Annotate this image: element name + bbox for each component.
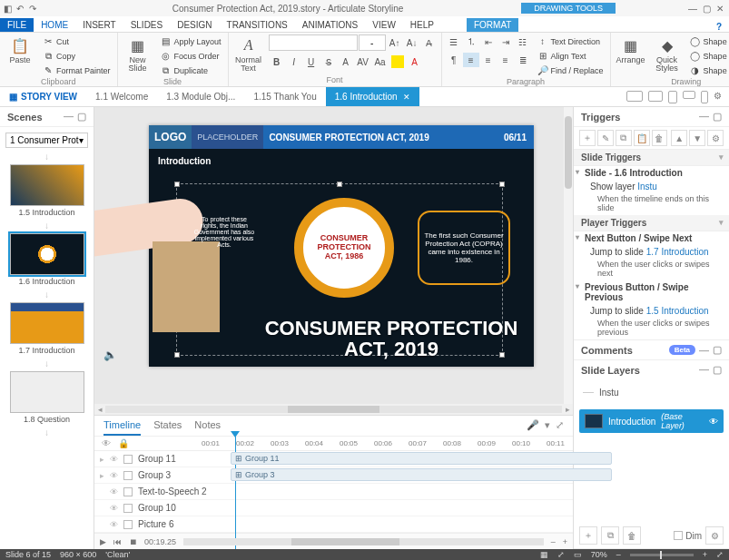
format-painter-button[interactable]: ✎Format Painter (40, 64, 113, 77)
tab-insert[interactable]: INSERT (75, 18, 123, 32)
tab-format[interactable]: FORMAT (467, 18, 518, 32)
section-collapse-icon[interactable]: ▾ (719, 218, 724, 227)
trigger-vars-icon[interactable]: ⚙ (707, 130, 724, 146)
stage-scrollbar-v[interactable] (564, 107, 573, 404)
zoom-out-icon[interactable]: – (551, 537, 556, 546)
layer-base[interactable]: Introduction (Base Layer) 👁 (579, 409, 724, 433)
speaker-icon[interactable]: 🔈 (103, 349, 117, 361)
trigger-action[interactable]: Show layer Instu (574, 180, 729, 193)
trigger-action[interactable]: Jump to slide 1.7 Introduction (574, 245, 729, 259)
zoom-slider[interactable] (630, 554, 694, 556)
tab-design[interactable]: DESIGN (170, 18, 219, 32)
resize-handle-nw[interactable] (174, 182, 180, 187)
timeline-ruler[interactable]: 00:01 00:02 00:03 00:04 00:05 00:06 00:0… (193, 439, 573, 447)
story-view-button[interactable]: ▦STORY VIEW (0, 92, 86, 102)
minimize-icon[interactable]: — (688, 4, 697, 14)
lock-header-icon[interactable]: 🔒 (118, 438, 129, 448)
play-icon[interactable]: ▶ (100, 537, 106, 546)
zoom-percent[interactable]: 70% (591, 550, 607, 559)
eye-icon[interactable]: 👁 (709, 417, 718, 427)
eye-icon[interactable]: 👁 (110, 487, 118, 496)
layer-delete-icon[interactable]: 🗑 (623, 526, 641, 545)
timeline-clip[interactable]: ⊞Group 3 (231, 468, 612, 481)
zoom-in-icon[interactable]: + (703, 550, 707, 559)
triggers-undock-icon[interactable]: ▢ (713, 111, 722, 123)
align-left-icon[interactable]: ≡ (463, 53, 479, 67)
phone-landscape-icon[interactable] (683, 91, 695, 99)
eye-icon[interactable]: 👁 (110, 471, 118, 480)
fit-icon[interactable]: ⤢ (557, 550, 565, 559)
underline-icon[interactable]: U (303, 54, 320, 69)
timeline-clip[interactable]: ⊞Group 11 (231, 452, 612, 465)
align-center-icon[interactable]: ≡ (480, 53, 497, 67)
comments-collapse-icon[interactable]: — (699, 345, 709, 356)
screen-icon[interactable]: ▭ (574, 550, 582, 559)
tab-help[interactable]: HELP (403, 18, 441, 32)
scene-tab-4[interactable]: 1.6 Introduction✕ (326, 87, 419, 106)
zoom-out-icon[interactable]: – (616, 550, 621, 559)
rewind-icon[interactable]: ⏮ (113, 537, 122, 546)
undo-icon[interactable]: ↶ (16, 4, 25, 13)
timeline-row[interactable]: ▸👁Text-to-Speech 2 (94, 484, 573, 500)
highlight-icon[interactable] (389, 54, 406, 69)
copy-button[interactable]: ⧉Copy (40, 49, 113, 63)
tab-file[interactable]: FILE (0, 18, 34, 32)
arrange-button[interactable]: ▦Arrange (615, 34, 647, 64)
lock-checkbox[interactable] (123, 455, 133, 464)
tab-slides[interactable]: SLIDES (123, 18, 171, 32)
zoom-fit-icon[interactable]: ⤢ (716, 550, 724, 559)
char-spacing-icon[interactable]: AV (355, 54, 371, 69)
drawing-tools-tab[interactable]: DRAWING TOOLS (521, 3, 616, 14)
slide-canvas[interactable]: LOGO PLACEHOLDER CONSUMER PROTECTION ACT… (149, 125, 534, 367)
resize-handle-ne[interactable] (499, 182, 505, 187)
layer-settings-icon[interactable]: ⚙ (705, 526, 724, 545)
layers-collapse-icon[interactable]: — (699, 364, 709, 376)
scroll-left-icon[interactable]: ◂ (94, 405, 105, 414)
scroll-right-icon[interactable]: ▸ (562, 405, 573, 414)
layers-undock-icon[interactable]: ▢ (713, 364, 722, 376)
italic-icon[interactable]: I (286, 54, 302, 69)
shape-outline-button[interactable]: ◯Shape Outline (687, 49, 729, 63)
change-case-icon[interactable]: Aa (372, 54, 389, 69)
trigger-prev-head[interactable]: Previous Button / Swipe Previous (574, 280, 729, 304)
slide-thumb-4[interactable] (10, 371, 84, 413)
redo-icon[interactable]: ↷ (29, 4, 38, 13)
eye-header-icon[interactable]: 👁 (102, 438, 111, 448)
timeline-row[interactable]: ▸👁Group 3 ⊞Group 3 (94, 467, 573, 484)
expand-icon[interactable]: ▸ (100, 471, 104, 480)
slide-thumb-3[interactable] (10, 302, 84, 344)
lock-checkbox[interactable] (123, 487, 133, 496)
trigger-add-icon[interactable]: ＋ (579, 130, 596, 146)
eye-icon[interactable]: 👁 (110, 520, 118, 529)
normal-text-button[interactable]: A Normal Text (232, 34, 265, 74)
timeline-row[interactable]: ▸👁Picture 6 (94, 516, 573, 533)
font-size-select[interactable] (359, 34, 386, 51)
shape-effect-button[interactable]: ◑Shape Effect (687, 64, 729, 77)
tablet-landscape-icon[interactable] (648, 91, 663, 102)
trigger-action[interactable]: Jump to slide 1.5 Introduction (574, 304, 729, 318)
layer-item[interactable]: Instu (579, 385, 724, 400)
maximize-icon[interactable]: ▢ (703, 4, 711, 14)
apply-layout-button[interactable]: ▤Apply Layout (158, 34, 224, 48)
lock-checkbox[interactable] (123, 504, 133, 513)
trigger-delete-icon[interactable]: 🗑 (652, 130, 668, 146)
clear-format-icon[interactable]: A̶ (421, 35, 438, 50)
bullets-icon[interactable]: ☰ (446, 34, 462, 49)
tablet-portrait-icon[interactable] (668, 91, 677, 103)
phone-portrait-icon[interactable] (701, 91, 708, 103)
paste-button[interactable]: 📋 Paste (4, 34, 36, 64)
slide-triggers-section[interactable]: Slide Triggers▾ (574, 150, 729, 166)
tab-home[interactable]: HOME (34, 18, 75, 32)
focus-order-button[interactable]: ◎Focus Order (158, 49, 224, 63)
layer-duplicate-icon[interactable]: ⧉ (601, 526, 619, 545)
trigger-copy-icon[interactable]: ⧉ (616, 130, 632, 146)
indent-icon[interactable]: ⇥ (497, 34, 514, 49)
trigger-down-icon[interactable]: ▼ (689, 130, 705, 146)
timeline-row[interactable]: ▸👁Group 10 (94, 500, 573, 516)
gear-icon[interactable]: ⚙ (714, 91, 722, 103)
lock-checkbox[interactable] (123, 520, 133, 529)
bold-icon[interactable]: B (269, 54, 285, 69)
eye-icon[interactable]: 👁 (110, 504, 118, 513)
font-color-icon[interactable]: A (407, 54, 423, 69)
tab-view[interactable]: VIEW (365, 18, 403, 32)
